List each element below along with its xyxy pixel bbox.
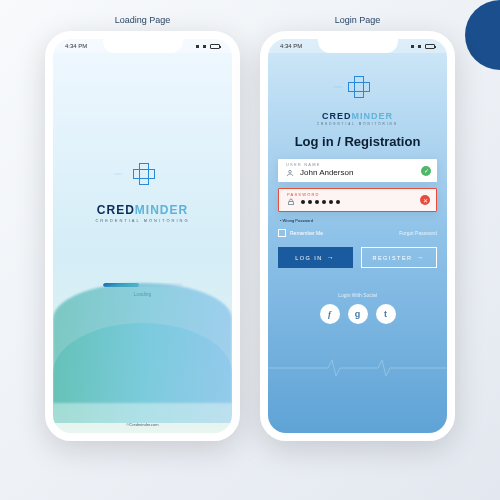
loading-screen-column: Loading Page 4:34 PM CRED (45, 15, 240, 441)
username-field[interactable]: USER NAME John Anderson ✓ (278, 159, 437, 182)
battery-icon (425, 44, 435, 49)
twitter-icon: t (384, 309, 387, 319)
ekg-background-icon (268, 358, 448, 378)
checkbox-icon (278, 229, 286, 237)
wifi-icon (418, 45, 421, 48)
password-field[interactable]: PASSWORD ✕ (278, 188, 437, 212)
brand-name: CREDMINDER (268, 111, 447, 121)
svg-point-0 (289, 170, 292, 173)
ekg-line-icon (113, 173, 123, 175)
login-screen-column: Login Page 4:34 PM CREDMI (260, 15, 455, 441)
facebook-icon: f (328, 309, 331, 319)
status-time: 4:34 PM (65, 43, 87, 49)
brand-tagline: CREDENTIAL MONITORING (53, 218, 232, 223)
register-button[interactable]: REGISTER → (361, 247, 438, 268)
page-title: Log in / Registration (268, 134, 447, 149)
social-login-label: Login With Social (278, 292, 437, 298)
login-form: USER NAME John Anderson ✓ PASSWORD (268, 159, 447, 324)
logo-block: CREDMINDER CREDENTIAL MONITORING (268, 71, 447, 126)
login-button[interactable]: LOG IN → (278, 247, 353, 268)
user-icon (286, 169, 294, 177)
signal-icon (411, 45, 414, 48)
arrow-right-icon: → (417, 254, 426, 261)
twitter-login-button[interactable]: t (376, 304, 396, 324)
lock-icon (287, 198, 295, 206)
phone-notch (318, 39, 398, 53)
check-icon: ✓ (421, 166, 431, 176)
username-value: John Anderson (300, 168, 353, 177)
brand-tagline: CREDENTIAL MONITORING (268, 122, 447, 126)
battery-icon (210, 44, 220, 49)
signal-icon (196, 45, 199, 48)
error-message: • Wrong Password (280, 218, 437, 223)
password-label: PASSWORD (287, 192, 428, 197)
svg-rect-1 (289, 202, 294, 205)
copyright-footer: ©Credminder.com (53, 422, 232, 427)
wave-decoration-2 (53, 323, 232, 423)
login-page-label: Login Page (260, 15, 455, 25)
google-login-button[interactable]: g (348, 304, 368, 324)
credminder-logo-icon (123, 153, 163, 193)
remember-me-checkbox[interactable]: Remember Me (278, 229, 323, 237)
phone-notch (103, 39, 183, 53)
phone-frame-login: 4:34 PM CREDMINDER CREDENTIAL MONITORING (260, 31, 455, 441)
loading-page-label: Loading Page (45, 15, 240, 25)
google-icon: g (355, 309, 361, 319)
arrow-right-icon: → (327, 254, 336, 261)
phone-frame-loading: 4:34 PM CREDMINDER CREDENTIAL MONITORING (45, 31, 240, 441)
brand-name: CREDMINDER (53, 203, 232, 217)
username-label: USER NAME (286, 162, 429, 167)
forgot-password-link[interactable]: Forgot Password (399, 230, 437, 236)
facebook-login-button[interactable]: f (320, 304, 340, 324)
status-time: 4:34 PM (280, 43, 302, 49)
ekg-line-icon (333, 86, 343, 88)
credminder-logo-icon (343, 71, 373, 101)
logo-block: CREDMINDER CREDENTIAL MONITORING (53, 153, 232, 223)
wifi-icon (203, 45, 206, 48)
error-x-icon: ✕ (420, 195, 430, 205)
password-dots (301, 200, 340, 204)
